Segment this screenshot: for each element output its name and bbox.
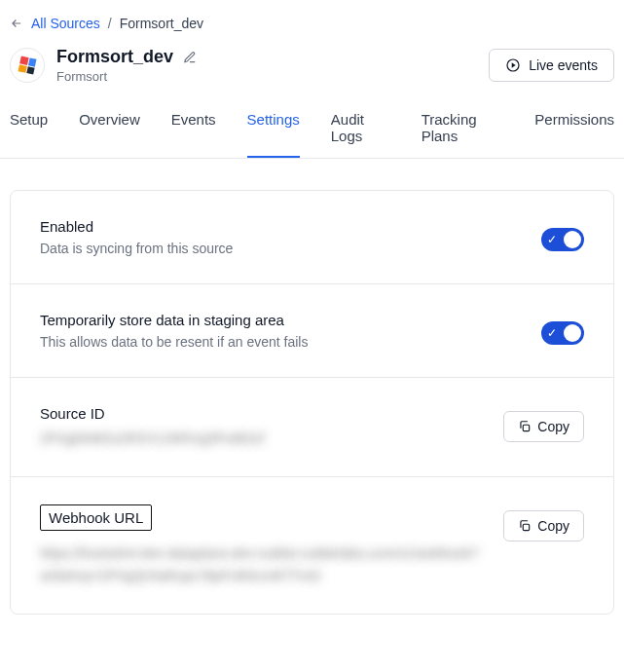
- tab-permissions[interactable]: Permissions: [534, 99, 614, 158]
- source-type-label: Formsort: [56, 69, 197, 84]
- webhook-url-value: https://hostedmt-dev-dataplane.dev-rudde…: [40, 542, 484, 586]
- section-source-id: Source ID 2PXgbNMDs2ROV1JWhVg3Pvd62cf Co…: [11, 378, 613, 477]
- source-id-value: 2PXgbNMDs2ROV1JWhVg3Pvd62cf: [40, 428, 484, 449]
- enabled-desc: Data is syncing from this source: [40, 241, 522, 256]
- back-arrow-icon[interactable]: [10, 17, 23, 30]
- svg-rect-2: [524, 525, 530, 531]
- source-id-title: Source ID: [40, 405, 484, 422]
- copy-icon: [518, 420, 532, 433]
- tab-audit-logs[interactable]: Audit Logs: [331, 99, 390, 158]
- enabled-toggle[interactable]: ✓: [541, 228, 584, 251]
- play-circle-icon: [505, 57, 521, 73]
- tab-overview[interactable]: Overview: [79, 99, 140, 158]
- settings-panel: Enabled Data is syncing from this source…: [10, 190, 614, 615]
- page-title: Formsort_dev: [56, 47, 173, 67]
- tab-tracking-plans[interactable]: Tracking Plans: [422, 99, 504, 158]
- staging-title: Temporarily store data in staging area: [40, 312, 522, 328]
- svg-rect-1: [524, 425, 530, 430]
- breadcrumb-current: Formsort_dev: [120, 16, 203, 31]
- live-events-label: Live events: [529, 57, 598, 73]
- copy-source-id-button[interactable]: Copy: [503, 411, 584, 442]
- check-icon: ✓: [547, 232, 557, 247]
- copy-label: Copy: [537, 419, 569, 434]
- webhook-url-title: Webhook URL: [40, 504, 152, 531]
- check-icon: ✓: [547, 325, 557, 341]
- section-staging: Temporarily store data in staging area T…: [11, 284, 613, 378]
- section-webhook-url: Webhook URL https://hostedmt-dev-datapla…: [11, 477, 613, 614]
- page-header: Formsort_dev Formsort Live events: [0, 39, 624, 99]
- edit-icon[interactable]: [183, 51, 197, 64]
- tab-events[interactable]: Events: [171, 99, 216, 158]
- tab-setup[interactable]: Setup: [10, 99, 48, 158]
- copy-icon: [518, 519, 532, 533]
- staging-toggle[interactable]: ✓: [541, 321, 584, 345]
- copy-webhook-button[interactable]: Copy: [503, 510, 584, 541]
- tab-bar: Setup Overview Events Settings Audit Log…: [0, 99, 624, 159]
- source-logo: [10, 48, 45, 83]
- breadcrumb: All Sources / Formsort_dev: [0, 0, 624, 39]
- breadcrumb-root-link[interactable]: All Sources: [31, 16, 100, 31]
- live-events-button[interactable]: Live events: [489, 49, 614, 82]
- section-enabled: Enabled Data is syncing from this source…: [11, 191, 613, 284]
- enabled-title: Enabled: [40, 218, 522, 235]
- breadcrumb-separator: /: [108, 16, 112, 31]
- tab-settings[interactable]: Settings: [247, 99, 300, 158]
- copy-label: Copy: [537, 518, 569, 534]
- staging-desc: This allows data to be resent if an even…: [40, 334, 522, 350]
